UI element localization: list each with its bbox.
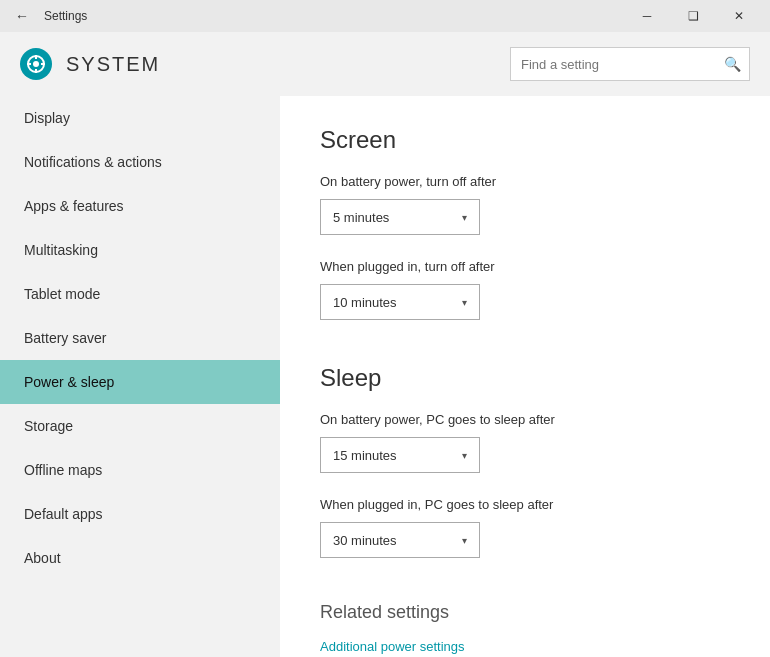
battery-sleep-value: 15 minutes [333,448,397,463]
main-content: DisplayNotifications & actionsApps & fea… [0,96,770,657]
plugged-sleep-label: When plugged in, PC goes to sleep after [320,497,730,512]
battery-screen-arrow: ▾ [462,212,467,223]
window-title: Settings [44,9,87,23]
battery-sleep-arrow: ▾ [462,450,467,461]
restore-button[interactable]: ❑ [670,0,716,32]
plugged-sleep-value: 30 minutes [333,533,397,548]
screen-section: Screen On battery power, turn off after … [320,126,730,320]
search-icon[interactable]: 🔍 [715,47,749,81]
sidebar: DisplayNotifications & actionsApps & fea… [0,96,280,657]
sidebar-item-tablet[interactable]: Tablet mode [0,272,280,316]
app-logo [20,48,52,80]
search-input[interactable] [511,57,715,72]
app-title: SYSTEM [66,53,160,76]
plugged-screen-arrow: ▾ [462,297,467,308]
battery-sleep-label: On battery power, PC goes to sleep after [320,412,730,427]
sidebar-item-display[interactable]: Display [0,96,280,140]
sleep-section: Sleep On battery power, PC goes to sleep… [320,364,730,558]
sidebar-item-apps[interactable]: Apps & features [0,184,280,228]
battery-sleep-dropdown[interactable]: 15 minutes ▾ [320,437,480,473]
app-header: SYSTEM 🔍 [0,32,770,96]
plugged-sleep-arrow: ▾ [462,535,467,546]
title-bar-left: ← Settings [8,2,87,30]
plugged-screen-label: When plugged in, turn off after [320,259,730,274]
sidebar-item-power[interactable]: Power & sleep [0,360,280,404]
additional-power-settings-link[interactable]: Additional power settings [320,639,465,654]
sidebar-item-battery[interactable]: Battery saver [0,316,280,360]
plugged-screen-dropdown[interactable]: 10 minutes ▾ [320,284,480,320]
screen-title: Screen [320,126,730,154]
sidebar-item-defaultapps[interactable]: Default apps [0,492,280,536]
sidebar-item-multitasking[interactable]: Multitasking [0,228,280,272]
sidebar-item-about[interactable]: About [0,536,280,580]
plugged-sleep-dropdown[interactable]: 30 minutes ▾ [320,522,480,558]
sidebar-item-storage[interactable]: Storage [0,404,280,448]
sleep-title: Sleep [320,364,730,392]
close-button[interactable]: ✕ [716,0,762,32]
logo-icon [26,54,46,74]
app-header-left: SYSTEM [20,48,160,80]
battery-screen-label: On battery power, turn off after [320,174,730,189]
battery-screen-value: 5 minutes [333,210,389,225]
sidebar-item-offline[interactable]: Offline maps [0,448,280,492]
sidebar-item-notifications[interactable]: Notifications & actions [0,140,280,184]
svg-point-1 [33,61,39,67]
search-box[interactable]: 🔍 [510,47,750,81]
app-container: SYSTEM 🔍 DisplayNotifications & actionsA… [0,32,770,657]
back-button[interactable]: ← [8,2,36,30]
battery-screen-dropdown[interactable]: 5 minutes ▾ [320,199,480,235]
content-panel: Screen On battery power, turn off after … [280,96,770,657]
related-title: Related settings [320,602,730,623]
minimize-button[interactable]: ─ [624,0,670,32]
related-section: Related settings Additional power settin… [320,602,730,655]
window-controls: ─ ❑ ✕ [624,0,762,32]
title-bar: ← Settings ─ ❑ ✕ [0,0,770,32]
plugged-screen-value: 10 minutes [333,295,397,310]
